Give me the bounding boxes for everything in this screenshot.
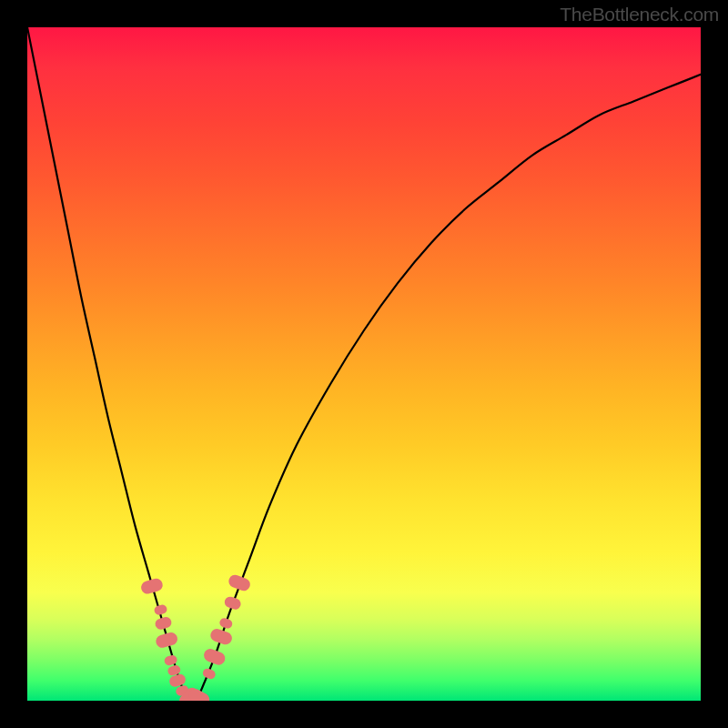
- data-marker: [218, 617, 233, 630]
- watermark-text: TheBottleneck.com: [560, 4, 719, 25]
- data-marker: [227, 573, 251, 593]
- data-markers: [139, 573, 251, 701]
- data-marker: [201, 667, 217, 680]
- data-marker: [155, 631, 179, 649]
- bottleneck-curve: [27, 27, 701, 701]
- data-marker: [209, 627, 234, 646]
- chart-frame: TheBottleneck.com: [0, 0, 728, 728]
- plot-area: [27, 27, 701, 701]
- data-marker: [202, 647, 227, 667]
- data-marker: [139, 577, 164, 595]
- data-marker: [164, 654, 178, 666]
- data-marker: [153, 603, 167, 615]
- data-marker: [223, 595, 242, 612]
- data-marker: [154, 616, 173, 631]
- chart-svg: [27, 27, 701, 701]
